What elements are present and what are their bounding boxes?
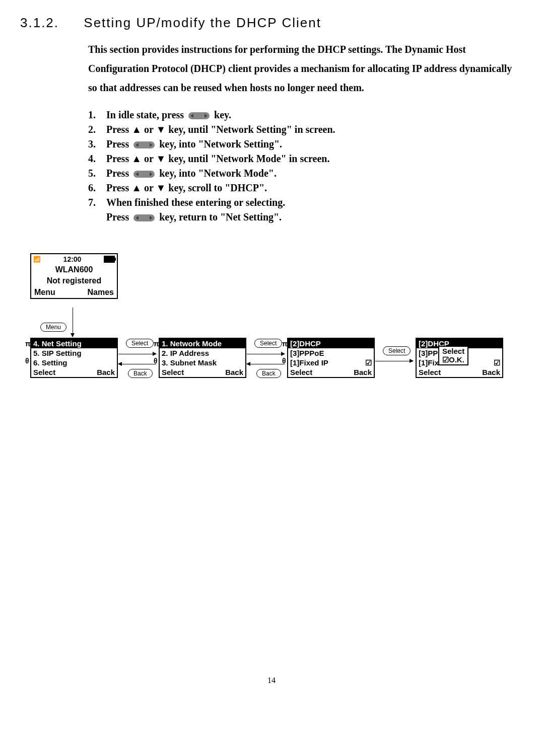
nav-key-icon [133, 141, 155, 148]
menu-item[interactable]: 5. SIP Setting [31, 348, 117, 358]
back-button-label: Back [128, 369, 153, 378]
arrow-right-icon [247, 354, 285, 354]
menu-item[interactable]: 4. Net Setting [31, 339, 117, 348]
popup-ok: ☑O.K. [442, 355, 464, 364]
softkey-left[interactable]: Select [162, 368, 184, 376]
select-button-label: Select [383, 346, 411, 355]
screen-dhcp-list: π θ [2]DHCP [3]PPPoE [1]Fixed IP☑ Select… [287, 338, 375, 378]
menu-item[interactable]: 1. Network Mode [160, 339, 245, 348]
screen-net-setting: π θ 4. Net Setting 5. SIP Setting 6. Set… [30, 338, 118, 378]
arrow-left-icon [247, 364, 285, 364]
softkey-left[interactable]: Select [33, 368, 55, 376]
battery-icon [104, 256, 115, 263]
softkey-right[interactable]: Back [225, 368, 243, 376]
check-icon: ☑ [494, 358, 500, 367]
step-num: 2. [88, 124, 106, 135]
section-heading: 3.1.2. Setting UP/modify the DHCP Client [20, 15, 523, 31]
steps-list: 1.In idle state, press key. 2.Press ▲ or… [88, 109, 523, 223]
arrow-right-icon [375, 361, 413, 361]
step-num: 5. [88, 168, 106, 179]
scroll-up-icon: π [25, 340, 31, 348]
arrow-right-icon [118, 354, 156, 354]
section-number: 3.1.2. [20, 15, 59, 31]
scroll-up-icon: π [282, 340, 288, 348]
check-icon: ☑ [365, 358, 372, 367]
step-num: 7. [88, 197, 106, 208]
menu-button-label: Menu [40, 323, 66, 332]
back-button-label: Back [256, 369, 281, 378]
softkey-right[interactable]: Back [354, 368, 372, 376]
menu-item[interactable]: 2. IP Address [160, 348, 245, 358]
ok-popup: Select ☑O.K. [438, 346, 468, 365]
menu-item[interactable]: [3]PPPoE [288, 348, 374, 358]
menu-item[interactable]: 6. Setting [31, 358, 117, 367]
arrow-down-icon [73, 308, 73, 337]
popup-title: Select [442, 347, 464, 355]
menu-item[interactable]: 3. Subnet Mask [160, 358, 245, 367]
softkey-right[interactable]: Names [88, 288, 114, 297]
section-title: Setting UP/modify the DHCP Client [84, 15, 321, 30]
step-num: 4. [88, 153, 106, 165]
nav-key-icon [133, 214, 155, 221]
menu-item[interactable]: [2]DHCP [288, 339, 374, 348]
idle-screen: 📶 12:00 WLAN600 Not registered Menu Name… [30, 253, 118, 299]
screen-network-mode: π θ 1. Network Mode 2. IP Address 3. Sub… [159, 338, 246, 378]
intro-paragraph: This section provides instructions for p… [88, 40, 523, 97]
softkey-right[interactable]: Back [97, 368, 115, 376]
scroll-down-icon: θ [282, 357, 286, 365]
signal-icon: 📶 [33, 256, 41, 263]
softkey-left[interactable]: Select [419, 368, 441, 376]
scroll-down-icon: θ [25, 357, 29, 365]
page-number: 14 [20, 676, 523, 685]
scroll-up-icon: π [154, 340, 159, 348]
softkey-left[interactable]: Select [290, 368, 312, 376]
step-num: 3. [88, 138, 106, 150]
nav-key-icon [188, 112, 210, 119]
reg-status: Not registered [31, 275, 117, 286]
menu-item[interactable]: [1]Fixed IP☑ [288, 358, 374, 367]
flow-diagram: 📶 12:00 WLAN600 Not registered Menu Name… [20, 253, 523, 394]
softkey-left[interactable]: Menu [34, 288, 55, 297]
nav-key-icon [133, 171, 155, 178]
step-num: 6. [88, 182, 106, 194]
softkey-right[interactable]: Back [482, 368, 500, 376]
scroll-down-icon: θ [154, 357, 158, 365]
step-num: 1. [88, 109, 106, 121]
select-button-label: Select [254, 339, 282, 348]
device-name: WLAN600 [31, 264, 117, 275]
select-button-label: Select [126, 339, 154, 348]
arrow-left-icon [118, 364, 156, 364]
clock: 12:00 [63, 255, 82, 263]
